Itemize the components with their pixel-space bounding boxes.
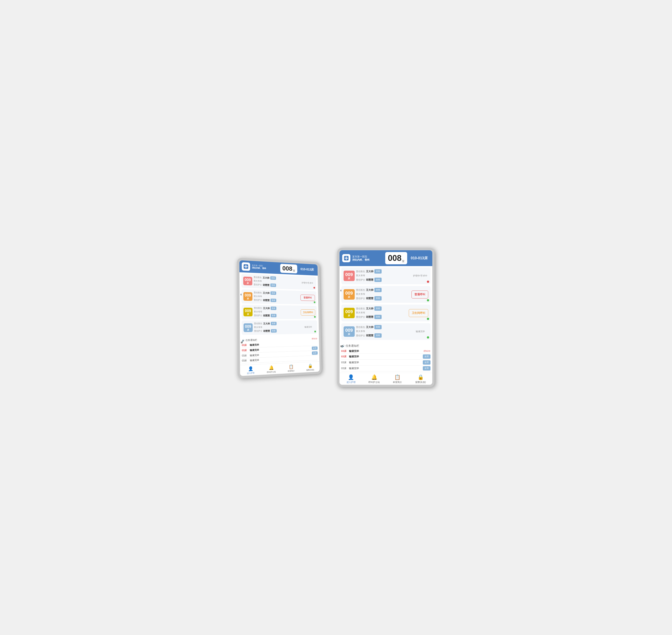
bed-row-4: 009床 责任医生 王大帅 查看 郭大爷爷 责任护士 胡慧 xyxy=(242,321,317,335)
right-bed-badge-2: 009床 xyxy=(343,289,355,300)
view-btn-3b[interactable]: 查看 xyxy=(270,314,276,317)
right-dept-icon: 📋 xyxy=(394,374,400,380)
right-task-section: 🔊 任务通知栏 03床 输液完毕 呼叫中 03床 输液完毕 处理 03床 输液完… xyxy=(339,343,432,373)
right-view-btn-1a[interactable]: 查看 xyxy=(374,269,382,273)
right-bell-icon: 🔔 xyxy=(371,374,377,380)
logo xyxy=(242,262,250,271)
bed-info-3: 责任医生 王大帅 查看 郭大爷爷 责任护士 胡慧慧 查看 xyxy=(254,306,299,318)
right-task-row-3: 03床 输液完毕 处理 xyxy=(341,359,430,366)
bed-range: 010-013床 xyxy=(299,266,315,273)
right-task-header: 🔊 任务通知栏 xyxy=(341,344,430,348)
right-bed-info-3: 责任医生 王大帅 查看 郭大爷爷 责任护士 胡慧慧 查看 xyxy=(356,306,407,320)
hospital-info: 某市第一医院 消化内科、骨科 xyxy=(252,264,266,270)
right-process-btn-4[interactable]: 处理 xyxy=(423,366,430,371)
right-view-btn-3a[interactable]: 查看 xyxy=(374,306,382,311)
right-dot-2 xyxy=(427,299,429,301)
bed-badge-1: 009床 xyxy=(243,277,252,286)
left-tablet: 某市第一医院 消化内科、骨科 008 室 010-013床 009床 xyxy=(237,258,322,378)
dot-3 xyxy=(314,316,315,318)
bed-info-1: 责任医生 王大帅 查看 郭大爷爷 责任护士 胡慧慧 查看 xyxy=(253,276,299,288)
view-btn-1b[interactable]: 查看 xyxy=(270,284,276,287)
nav-alarm-left[interactable]: 🔒 报警(长按) xyxy=(300,363,319,372)
process-btn-3[interactable]: 处理 xyxy=(312,351,317,355)
right-process-btn-3[interactable]: 处理 xyxy=(423,360,430,365)
right-view-btn-2b[interactable]: 查看 xyxy=(374,296,382,301)
right-dot-3 xyxy=(427,318,429,320)
bed-info-2: 责任医生 王大帅 查看 郭大爷爷 责任护士 胡慧慧 查看 xyxy=(253,291,299,303)
right-bed-range: 010-013床 xyxy=(409,255,430,262)
bed-row-2: 009床 责任医生 王大帅 查看 郭大爷爷 责任护士 胡慧 xyxy=(241,289,316,304)
right-view-btn-4a[interactable]: 查看 xyxy=(374,325,382,329)
right-bed-info-2: 责任医生 王大帅 查看 郭大爷爷 责任护士 胡慧慧 查看 xyxy=(356,288,410,301)
bed-status-2: 普通呼叫 xyxy=(300,294,315,301)
right-bed-status-1: 护理中/手术中 xyxy=(412,274,428,278)
bed-info-4: 责任医生 王大帅 查看 郭大爷爷 责任护士 胡慧慧 查看 xyxy=(254,322,300,333)
view-btn-2a[interactable]: 查看 xyxy=(270,291,276,295)
right-nav-dept[interactable]: 📋 科室简介 xyxy=(386,374,409,384)
right-tablet-inner: 某市第一医院 消化内科、骨科 008 室 010-013床 009床 xyxy=(339,250,432,385)
right-process-btn-2[interactable]: 处理 xyxy=(423,354,430,359)
bed-badge-3: 009床 xyxy=(243,308,252,316)
right-bed-badge-4: 009床 xyxy=(343,326,355,337)
right-tablet: 某市第一医院 消化内科、骨科 008 室 010-013床 009床 xyxy=(337,248,434,387)
right-nav-nursing[interactable]: 👤 进入护理 xyxy=(339,374,363,384)
right-bed-row-1: 009床 责任医生 王大帅 查看 郭大爷爷 责任护士 胡慧 xyxy=(341,267,430,284)
bed-row-3: 009床 责任医生 王大帅 查看 郭大爷爷 责任护士 胡慧 xyxy=(242,305,317,319)
right-nav-alarm[interactable]: 🔒 报警(长按) xyxy=(409,374,432,384)
right-task-row-2: 03床 输液完毕 处理 xyxy=(341,354,430,359)
bed-status-1: 护理中/手术中 xyxy=(300,282,315,285)
view-btn-1a[interactable]: 查看 xyxy=(270,276,276,280)
view-btn-3a[interactable]: 查看 xyxy=(270,307,276,310)
right-bed-status-2: 普通呼叫 xyxy=(411,290,428,299)
right-bed-row-4: 009床 责任医生 王大帅 查看 郭大爷爷 责任护士 胡慧 xyxy=(341,323,430,340)
bed-row-1: 009床 责任医生 王大帅 查看 郭大爷爷 责任护士 胡慧 xyxy=(241,274,316,290)
dot-1 xyxy=(313,287,315,289)
nav-nurse-station-left[interactable]: 🔔 呼叫护士站 xyxy=(261,365,281,374)
right-bed-badge-1: 009床 xyxy=(343,271,355,281)
right-dot-4 xyxy=(427,336,429,338)
right-header: 某市第一医院 消化内科、骨科 008 室 010-013床 xyxy=(339,250,432,266)
right-bed-info-1: 责任医生 王大帅 查看 郭大爷爷 责任护士 胡慧慧 查看 xyxy=(356,269,411,282)
right-task-row-1: 03床 输液完毕 呼叫中 xyxy=(341,349,430,354)
right-bed-list: 009床 责任医生 王大帅 查看 郭大爷爷 责任护士 胡慧 xyxy=(339,266,432,343)
dot-4 xyxy=(314,331,316,332)
right-bed-info-4: 责任医生 王大帅 查看 郭大爷爷 责任护士 胡慧慧 查看 xyxy=(356,325,411,338)
alarm-icon: 🔒 xyxy=(308,363,313,369)
view-btn-4a[interactable]: 查看 xyxy=(271,322,276,325)
right-view-btn-4b[interactable]: 查看 xyxy=(374,333,382,338)
right-bed-row-3: 009床 责任医生 王大帅 查看 郭大爷爷 责任护士 胡慧 xyxy=(341,305,430,321)
right-view-btn-2a[interactable]: 查看 xyxy=(374,288,382,292)
view-btn-4b[interactable]: 查看 xyxy=(271,329,276,332)
right-view-btn-3b[interactable]: 查看 xyxy=(374,315,382,319)
right-hospital-info: 某市第一医院 消化内科、骨科 xyxy=(352,255,369,262)
right-bed-status-3: 卫生间呼叫 xyxy=(409,309,428,317)
right-logo xyxy=(342,254,350,262)
right-nursing-icon: 👤 xyxy=(348,374,354,380)
right-bed-row-2: 009床 责任医生 王大帅 查看 郭大爷爷 责任护士 胡慧 xyxy=(341,286,430,303)
bed-badge-4: 009床 xyxy=(243,323,252,332)
nursing-icon: 👤 xyxy=(248,366,253,371)
bed-status-3: 卫生间呼叫 xyxy=(300,309,315,315)
bed-status-4: 输液完毕 xyxy=(301,326,315,329)
right-bed-status-4: 输液完毕 xyxy=(412,330,428,333)
right-room-badge: 008 室 xyxy=(385,252,407,264)
view-btn-2b[interactable]: 查看 xyxy=(270,299,276,302)
right-nav-nurse-station[interactable]: 🔔 呼叫护士站 xyxy=(363,374,386,384)
left-task-section: 🔊 任务通知栏 呼叫中 03床 输液完毕 03床 输液完毕 处理 03床 输液完… xyxy=(240,336,319,365)
scene: 某市第一医院 消化内科、骨科 008 室 010-013床 009床 xyxy=(238,248,434,387)
process-btn-2[interactable]: 处理 xyxy=(312,347,317,350)
bell-icon: 🔔 xyxy=(269,365,274,371)
dept-icon: 📋 xyxy=(289,364,293,369)
dot-2 xyxy=(314,301,315,303)
bed-badge-2: 009床 xyxy=(243,292,252,301)
right-bottom-nav: 👤 进入护理 🔔 呼叫护士站 📋 科室简介 🔒 报警(长按) xyxy=(339,373,432,385)
right-bed-badge-3: 009床 xyxy=(343,308,355,318)
right-dot-1 xyxy=(427,281,429,283)
room-badge: 008 室 xyxy=(280,264,297,273)
right-alarm-icon: 🔒 xyxy=(418,374,424,380)
nav-nursing-left[interactable]: 👤 进入护理 xyxy=(240,366,261,375)
right-task-row-4: 03床 输液完毕 处理 xyxy=(341,366,430,371)
right-view-btn-1b[interactable]: 查看 xyxy=(374,278,382,282)
left-bed-list: 009床 责任医生 王大帅 查看 郭大爷爷 责任护士 胡慧 xyxy=(239,272,319,338)
nav-dept-left[interactable]: 📋 科室简介 xyxy=(281,364,301,373)
